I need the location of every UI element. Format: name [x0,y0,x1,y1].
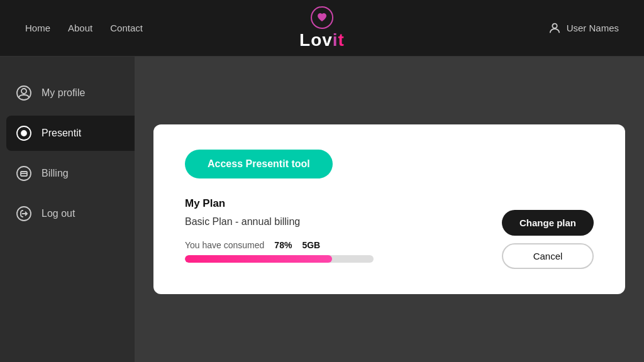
svg-point-2 [21,89,26,94]
sidebar-label-logout: Log out [42,208,75,219]
usage-percent: 78% [274,240,292,250]
logo-text: Lovit [299,30,345,50]
sidebar: My profile Presentit Billing [0,57,135,362]
main-layout: My profile Presentit Billing [0,57,644,362]
sidebar-item-my-profile[interactable]: My profile [0,75,135,111]
sidebar-label-my-profile: My profile [42,87,85,99]
nav-about[interactable]: About [68,23,92,33]
billing-icon [15,165,33,182]
svg-point-0 [552,23,557,28]
logo-t: t [338,30,345,50]
content-area: Access Presentit tool My Plan Basic Plan… [135,57,644,362]
heart-icon [316,12,328,23]
plan-section: My Plan Basic Plan - annual billing You … [185,197,594,269]
plan-right: Change plan Cancel [502,210,594,269]
user-profile-icon [15,84,33,102]
navbar: Home About Contact Lovit User Names [0,0,644,57]
nav-contact[interactable]: Contact [110,23,143,33]
logout-icon [15,205,33,222]
user-icon [548,21,562,35]
plan-name: Basic Plan - annual billing [185,216,502,228]
plan-title: My Plan [185,197,502,210]
change-plan-button[interactable]: Change plan [502,210,594,236]
progress-bar-container [185,255,374,263]
sidebar-item-billing[interactable]: Billing [0,156,135,191]
svg-point-4 [21,131,26,136]
logo-i: i [333,30,338,50]
access-presentit-button[interactable]: Access Presentit tool [185,150,333,178]
usage-prefix: You have consumed [185,240,264,250]
usage-total: 5GB [302,240,320,250]
sidebar-item-logout[interactable]: Log out [0,196,135,231]
nav-links: Home About Contact [25,23,143,33]
logo-icon [311,6,333,29]
logo: Lovit [299,6,345,50]
sidebar-label-presentit: Presentit [42,128,81,139]
progress-bar-fill [185,255,332,263]
cancel-button[interactable]: Cancel [502,243,594,269]
main-card: Access Presentit tool My Plan Basic Plan… [153,124,625,294]
usage-row: You have consumed 78% 5GB [185,240,502,250]
sidebar-label-billing: Billing [42,168,69,179]
user-area[interactable]: User Names [548,21,619,35]
logo-lov: Lov [299,30,333,50]
sidebar-item-presentit[interactable]: Presentit [6,116,135,151]
presentit-icon [15,124,33,142]
nav-home[interactable]: Home [25,23,50,33]
plan-left: My Plan Basic Plan - annual billing You … [185,197,502,263]
user-name-label: User Names [567,23,619,33]
